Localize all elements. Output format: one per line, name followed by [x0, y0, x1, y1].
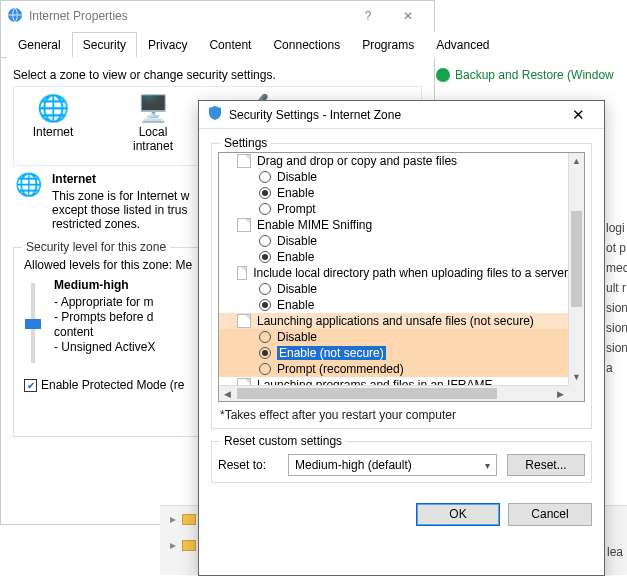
tree-category[interactable]: Launching applications and unsafe files … — [219, 313, 568, 329]
level-name: Medium-high — [54, 278, 155, 293]
tree-category-label: Launching applications and unsafe files … — [257, 314, 534, 328]
folder-icon — [182, 514, 196, 525]
radio-icon — [259, 251, 271, 263]
folder-icon — [182, 540, 196, 551]
tree-option-label: Disable — [277, 282, 317, 296]
tree-category[interactable]: Include local directory path when upload… — [219, 265, 568, 281]
tree-option-label: Enable (not secure) — [277, 346, 386, 360]
zone-prompt: Select a zone to view or change security… — [13, 68, 422, 82]
tree-option-label: Enable — [277, 186, 314, 200]
tree-option-label: Disable — [277, 234, 317, 248]
group-title: Settings — [220, 136, 271, 150]
page-icon — [237, 378, 251, 385]
tab-security[interactable]: Security — [72, 32, 137, 58]
scroll-thumb[interactable] — [237, 388, 497, 399]
chevron-down-icon: ▾ — [485, 460, 490, 471]
radio-icon — [259, 283, 271, 295]
scroll-down-icon[interactable]: ▼ — [569, 369, 584, 385]
settings-group: Settings Drag and drop or copy and paste… — [211, 143, 592, 429]
checkbox-icon: ✔ — [24, 379, 37, 392]
scroll-thumb[interactable] — [571, 211, 582, 307]
page-icon — [237, 314, 251, 328]
protected-mode-label: Enable Protected Mode (re — [41, 378, 184, 392]
tab-privacy[interactable]: Privacy — [137, 32, 198, 58]
settings-tree[interactable]: Drag and drop or copy and paste filesDis… — [218, 152, 585, 402]
radio-icon — [259, 187, 271, 199]
tab-connections[interactable]: Connections — [262, 32, 351, 58]
ip-tabstrip: General Security Privacy Content Connect… — [1, 31, 434, 58]
tree-option[interactable]: Enable — [219, 249, 568, 265]
close-button[interactable]: ✕ — [560, 106, 596, 124]
vertical-scrollbar[interactable]: ▲ ▼ — [568, 153, 584, 385]
reset-to-label: Reset to: — [218, 458, 278, 472]
tree-option-label: Prompt — [277, 202, 316, 216]
reset-to-select[interactable]: Medium-high (default) ▾ — [288, 454, 497, 476]
help-button[interactable]: ? — [348, 9, 388, 23]
tab-programs[interactable]: Programs — [351, 32, 425, 58]
dialog-footer: OK Cancel — [199, 493, 604, 538]
reset-button[interactable]: Reset... — [507, 454, 585, 476]
tree-option[interactable]: Disable — [219, 233, 568, 249]
cancel-button[interactable]: Cancel — [508, 503, 592, 526]
tree-category[interactable]: Drag and drop or copy and paste files — [219, 153, 568, 169]
tree-category-label: Include local directory path when upload… — [253, 266, 568, 280]
tree-option[interactable]: Enable — [219, 185, 568, 201]
zone-local-intranet[interactable]: 🖥️ Local intranet — [118, 95, 188, 153]
right-edge-text: logi ot p mec ult r sion sion sion a — [606, 220, 627, 377]
reset-group: Reset custom settings Reset to: Medium-h… — [211, 441, 592, 483]
page-icon — [237, 218, 251, 232]
radio-icon — [259, 347, 271, 359]
globe-icon: 🌐 — [15, 172, 42, 231]
tab-advanced[interactable]: Advanced — [425, 32, 500, 58]
tree-option[interactable]: Enable (not secure) — [219, 345, 568, 361]
tree-category-label: Drag and drop or copy and paste files — [257, 154, 457, 168]
tree-category[interactable]: Launching programs and files in an IFRAM… — [219, 377, 568, 385]
radio-icon — [259, 331, 271, 343]
group-title: Security level for this zone — [22, 240, 170, 254]
globe-icon — [7, 7, 23, 26]
tree-option[interactable]: Disable — [219, 281, 568, 297]
tree-option[interactable]: Prompt (recommended) — [219, 361, 568, 377]
radio-icon — [259, 235, 271, 247]
globe-icon: 🌐 — [18, 95, 88, 121]
ok-button[interactable]: OK — [416, 503, 500, 526]
tree-option-label: Enable — [277, 298, 314, 312]
scroll-left-icon[interactable]: ◀ — [219, 386, 235, 402]
reset-select-value: Medium-high (default) — [295, 458, 412, 472]
ss-title: Security Settings - Internet Zone — [229, 108, 401, 122]
zone-label: Internet — [18, 125, 88, 139]
tree-category-label: Enable MIME Sniffing — [257, 218, 372, 232]
tree-option[interactable]: Enable — [219, 297, 568, 313]
zone-info-desc: This zone is for Internet w except those… — [52, 189, 189, 231]
tree-option-label: Disable — [277, 330, 317, 344]
restart-note: *Takes effect after you restart your com… — [220, 408, 583, 422]
page-icon — [237, 266, 247, 280]
security-settings-dialog: Security Settings - Internet Zone ✕ Sett… — [198, 100, 605, 576]
tree-option[interactable]: Prompt — [219, 201, 568, 217]
scroll-up-icon[interactable]: ▲ — [569, 153, 584, 169]
tab-general[interactable]: General — [7, 32, 72, 58]
tree-option-label: Prompt (recommended) — [277, 362, 404, 376]
zone-internet[interactable]: 🌐 Internet — [18, 95, 88, 153]
radio-icon — [259, 299, 271, 311]
zone-label: Local intranet — [118, 125, 188, 153]
radio-icon — [259, 363, 271, 375]
tree-option[interactable]: Disable — [219, 329, 568, 345]
close-button[interactable]: ✕ — [388, 9, 428, 23]
radio-icon — [259, 203, 271, 215]
zone-info-title: Internet — [52, 172, 189, 186]
ip-titlebar[interactable]: Internet Properties ? ✕ — [1, 1, 434, 31]
ip-title: Internet Properties — [29, 9, 128, 23]
scroll-right-icon[interactable]: ▶ — [552, 386, 568, 402]
group-title: Reset custom settings — [220, 434, 346, 448]
tree-category[interactable]: Enable MIME Sniffing — [219, 217, 568, 233]
security-level-slider[interactable] — [24, 278, 42, 368]
horizontal-scrollbar[interactable]: ◀ ▶ — [219, 385, 568, 401]
backup-restore-link[interactable]: Backup and Restore (Window — [436, 68, 614, 82]
tree-option[interactable]: Disable — [219, 169, 568, 185]
ss-titlebar[interactable]: Security Settings - Internet Zone ✕ — [199, 101, 604, 129]
radio-icon — [259, 171, 271, 183]
tab-content[interactable]: Content — [198, 32, 262, 58]
tree-option-label: Enable — [277, 250, 314, 264]
tree-category-label: Launching programs and files in an IFRAM… — [257, 378, 492, 385]
